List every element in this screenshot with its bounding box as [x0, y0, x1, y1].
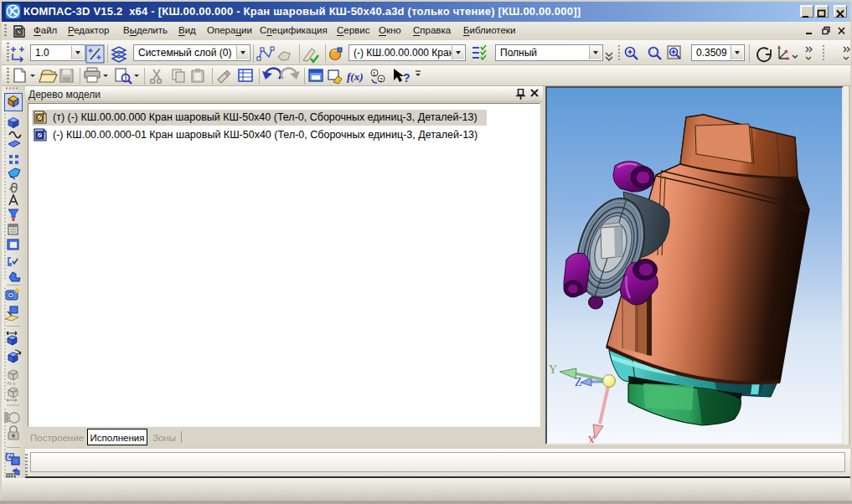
- svg-text:f(x): f(x): [347, 70, 364, 83]
- svg-text:X: X: [587, 435, 596, 443]
- svg-text:2: 2: [380, 76, 384, 84]
- svg-text:1: 1: [373, 70, 377, 78]
- svg-text:?: ?: [403, 71, 411, 85]
- svg-text:Y: Y: [549, 363, 557, 376]
- svg-text:Z: Z: [575, 376, 582, 388]
